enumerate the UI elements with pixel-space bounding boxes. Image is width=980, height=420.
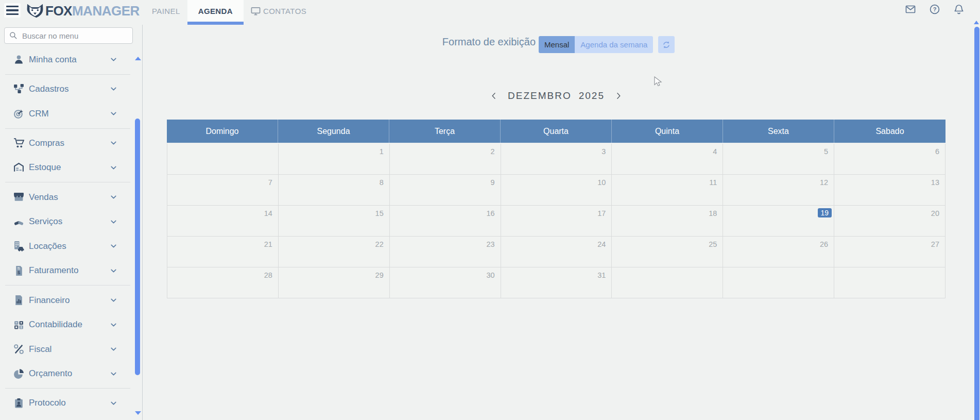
calendar-cell[interactable] [612,267,723,298]
chevron-down-icon [109,193,118,201]
calendar-cell[interactable]: 22 [279,237,390,267]
sidebar-item-locacoes[interactable]: Locações [0,234,135,259]
help-icon[interactable] [930,4,940,14]
sidebar-scroll-down-arrow[interactable] [135,411,141,415]
prev-month-button[interactable] [489,90,498,102]
handshake-icon [13,216,24,227]
calendar-day-header: Terça [389,120,501,143]
sidebar-item-crm[interactable]: CRM [0,102,135,126]
topbar-actions [905,4,964,14]
calendar-cell[interactable]: 20 [834,206,945,237]
calendar-cell[interactable]: 10 [501,175,612,206]
view-monthly-button[interactable]: Mensal [539,36,575,53]
calendar-cell[interactable]: 8 [279,175,390,206]
calendar-cell[interactable]: 3 [501,144,612,175]
calendar-cell[interactable]: 12 [723,175,834,206]
sidebar-item-label: Faturamento [29,265,78,276]
calendar-cell[interactable]: 31 [501,267,612,298]
chevron-down-icon [109,139,118,147]
search-input[interactable] [22,31,125,40]
sidebar-item-protocolo[interactable]: Protocolo [0,391,135,416]
calendar-cell[interactable]: 2 [390,144,501,175]
calendar-cell[interactable]: 6 [834,144,945,175]
day-number: 17 [597,209,606,217]
day-number: 1 [380,147,384,156]
app-logo[interactable]: FOXMANAGER [26,2,140,20]
tab-painel[interactable]: PAINEL [145,0,187,22]
calendar-day-header: Sexta [723,120,834,143]
view-week-button[interactable]: Agenda da semana [575,36,653,53]
calendar-day-header: Quinta [612,120,723,143]
calendar-cell[interactable]: 9 [390,175,501,206]
calendar-cell[interactable]: 24 [501,237,612,267]
sidebar-item-servicos[interactable]: Serviços [0,209,135,234]
day-number: 20 [931,209,939,217]
sidebar-item-faturamento[interactable]: Faturamento [0,259,135,283]
refresh-button[interactable] [658,36,675,53]
calendar-cell[interactable]: 5 [723,144,834,175]
calendar-cell[interactable]: 7 [167,175,279,206]
sidebar-item-label: Cadastros [29,84,68,94]
sidebar-item-orcamento[interactable]: Orçamento [0,362,135,387]
calendar-cell[interactable]: 27 [834,237,945,267]
calendar-cell[interactable] [167,144,279,175]
calendar-cell[interactable]: 1 [279,144,390,175]
sidebar-item-vendas[interactable]: Vendas [0,185,135,210]
chevron-down-icon [109,217,118,226]
next-month-button[interactable] [614,90,623,102]
calendar-cell[interactable]: 15 [279,206,390,237]
sidebar-item-label: Protocolo [29,398,66,408]
tab-contatos[interactable]: CONTATOS [244,0,314,22]
calendar-cell[interactable]: 21 [167,237,279,267]
calendar-cell[interactable]: 13 [834,175,945,206]
sidebar-scroll-up-arrow[interactable] [135,57,141,60]
calendar-cell[interactable]: 18 [612,206,723,237]
sidebar-item-fiscal[interactable]: Fiscal [0,337,135,362]
sidebar-item-label: Orçamento [29,368,72,379]
calendar: DomingoSegundaTerçaQuartaQuintaSextaSaba… [167,120,945,298]
menu-icon[interactable] [4,3,21,18]
calendar-cell[interactable]: 11 [612,175,723,206]
calendar-cell[interactable]: 30 [390,267,501,298]
calendar-cell[interactable]: 28 [167,267,279,298]
sidebar-group-divider [5,285,130,285]
calendar-cell[interactable] [723,267,834,298]
day-number: 30 [486,271,494,279]
sidebar-item-label: Contabilidade [29,320,82,330]
mail-icon[interactable] [905,4,916,14]
calendar-cell[interactable]: 26 [723,237,834,267]
sitemap-icon [13,83,24,94]
chevron-down-icon [109,296,118,305]
sidebar-item-financeiro[interactable]: Financeiro [0,288,135,313]
sidebar-item-compras[interactable]: Compras [0,131,135,156]
bell-icon[interactable] [954,4,964,14]
logo-text-manager: MANAGER [72,3,140,19]
page-scroll-up-arrow[interactable] [974,21,979,24]
calendar-cell[interactable]: 17 [501,206,612,237]
sidebar-item-minha-conta[interactable]: Minha conta [0,47,135,72]
sidebar-item-estoque[interactable]: Estoque [0,156,135,180]
day-number: 8 [380,178,384,187]
calendar-cell[interactable]: 19 [723,206,834,237]
sidebar-item-contabilidade[interactable]: Contabilidade [0,312,135,337]
calendar-cell[interactable] [834,267,945,298]
tab-agenda[interactable]: AGENDA [187,0,244,22]
day-number: 16 [486,209,494,217]
chevron-down-icon [109,399,118,408]
sidebar-item-label: Vendas [29,192,58,203]
day-number: 28 [264,271,272,279]
sidebar-item-cadastros[interactable]: Cadastros [0,77,135,102]
calendar-cell[interactable]: 16 [390,206,501,237]
calendar-cell[interactable]: 25 [612,237,723,267]
chevron-down-icon [109,369,118,378]
calendar-cell[interactable]: 23 [390,237,501,267]
sidebar-group-divider [5,388,130,389]
calendar-cell[interactable]: 14 [167,206,279,237]
sidebar-group-divider [5,182,130,182]
active-tab-underline [187,22,244,25]
calendar-cell[interactable]: 4 [612,144,723,175]
page-scrollbar-thumb[interactable] [974,27,979,420]
chart-doc-icon [13,295,24,306]
sidebar-scrollbar-thumb[interactable] [135,119,140,375]
calendar-cell[interactable]: 29 [279,267,390,298]
